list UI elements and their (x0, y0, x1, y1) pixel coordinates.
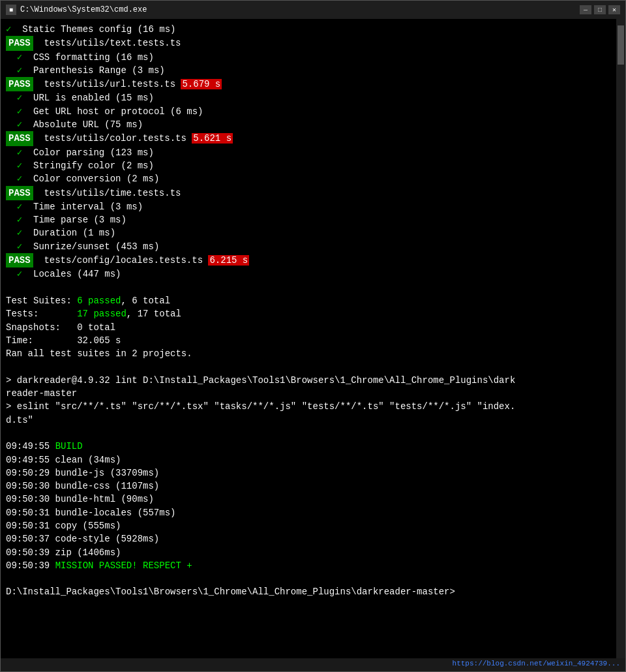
line-darkreader-cmd: > darkreader@4.9.32 lint D:\Install_Pack… (6, 374, 610, 387)
line-eslint2: d.ts" (6, 414, 610, 427)
line-19: ✓ Locales (447 ms) (6, 267, 610, 281)
line-bundle-css: 09:50:30 bundle-css (1107ms) (6, 480, 610, 493)
title-bar-controls[interactable]: — □ ✕ (580, 5, 620, 14)
line-12: ✓ Color conversion (2 ms) (6, 172, 610, 185)
line-prompt: D:\Install_Packages\Tools1\Browsers\1_Ch… (6, 585, 610, 598)
line-18: PASS tests/config/locales.tests.ts 6.215… (6, 253, 610, 267)
line-5: PASS tests/utils/url.tests.ts 5.679 s (6, 77, 610, 91)
line-blank-3 (6, 427, 610, 440)
line-mission: 09:50:39 MISSION PASSED! RESPECT + (6, 559, 610, 572)
maximize-button[interactable]: □ (594, 5, 606, 14)
title-bar: ■ C:\Windows\System32\cmd.exe — □ ✕ (1, 1, 625, 19)
line-bundle-html: 09:50:30 bundle-html (90ms) (6, 493, 610, 506)
line-suites: Test Suites: 6 passed, 6 total (6, 294, 610, 307)
scrollbar-thumb[interactable] (618, 25, 624, 65)
line-2: PASS tests/utils/text.tests.ts (6, 36, 610, 50)
line-7: ✓ Get URL host or protocol (6 ms) (6, 105, 610, 118)
terminal-body: ✓ Static Themes config (16 ms) PASS test… (1, 19, 625, 658)
line-16: ✓ Duration (1 ms) (6, 226, 610, 239)
line-1: ✓ Static Themes config (16 ms) (6, 23, 610, 36)
minimize-button[interactable]: — (580, 5, 591, 14)
terminal-content: ✓ Static Themes config (16 ms) PASS test… (6, 23, 620, 599)
line-8: ✓ Absolute URL (75 ms) (6, 118, 610, 131)
line-9: PASS tests/utils/color.tests.ts 5.621 s (6, 131, 610, 145)
line-snapshots: Snapshots: 0 total (6, 321, 610, 334)
line-blank-2 (6, 360, 610, 373)
line-15: ✓ Time parse (3 ms) (6, 213, 610, 226)
footer-url: https://blog.csdn.net/weixin_4924739... (453, 660, 620, 667)
line-tests: Tests: 17 passed, 17 total (6, 307, 610, 320)
line-eslint: > eslint "src/**/*.ts" "src/**/*.tsx" "t… (6, 400, 610, 413)
line-blank-1 (6, 281, 610, 294)
cmd-icon: ■ (6, 5, 16, 15)
window-title: C:\Windows\System32\cmd.exe (20, 5, 147, 14)
line-bundle-js: 09:50:29 bundle-js (33709ms) (6, 466, 610, 480)
line-11: ✓ Stringify color (2 ms) (6, 159, 610, 172)
close-button[interactable]: ✕ (608, 5, 620, 14)
footer-bar: https://blog.csdn.net/weixin_4924739... (1, 658, 625, 671)
line-10: ✓ Color parsing (123 ms) (6, 146, 610, 159)
line-bundle-locales: 09:50:31 bundle-locales (557ms) (6, 506, 610, 519)
line-17: ✓ Sunrize/sunset (453 ms) (6, 240, 610, 253)
line-code-style: 09:50:37 code-style (5928ms) (6, 532, 610, 545)
line-blank-4 (6, 572, 610, 585)
window: ■ C:\Windows\System32\cmd.exe — □ ✕ ✓ St… (0, 0, 626, 672)
scrollbar[interactable] (616, 19, 625, 658)
line-ran: Ran all test suites in 2 projects. (6, 347, 610, 360)
line-time: Time: 32.065 s (6, 334, 610, 347)
line-clean: 09:49:55 clean (34ms) (6, 453, 610, 466)
title-bar-left: ■ C:\Windows\System32\cmd.exe (6, 5, 147, 15)
line-darkreader-master: reader-master (6, 387, 610, 400)
line-zip: 09:50:39 zip (1406ms) (6, 546, 610, 559)
line-copy: 09:50:31 copy (555ms) (6, 519, 610, 532)
line-13: PASS tests/utils/time.tests.ts (6, 186, 610, 200)
line-14: ✓ Time interval (3 ms) (6, 200, 610, 213)
line-3: ✓ CSS formatting (16 ms) (6, 51, 610, 64)
line-6: ✓ URL is enabled (15 ms) (6, 91, 610, 104)
line-build-time: 09:49:55 BUILD (6, 440, 610, 453)
line-4: ✓ Parenthesis Range (3 ms) (6, 64, 610, 77)
